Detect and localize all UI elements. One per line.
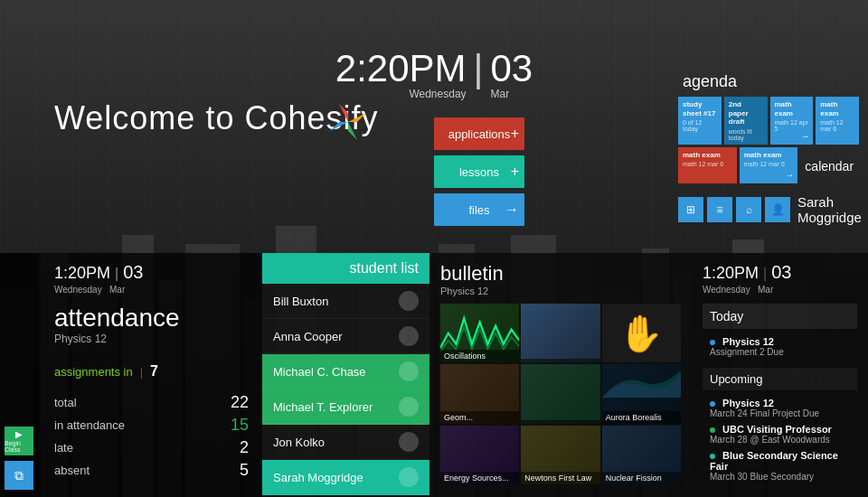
att-day-num: 03	[123, 262, 143, 283]
agenda-tile-5-sub: math 12 mar 6	[744, 161, 794, 167]
profile-icons: ⊞ ≡ ⌕ 👤	[678, 197, 790, 222]
schedule-today-label: Today	[710, 309, 743, 324]
clock-time: 2:20PM	[335, 50, 467, 88]
files-arrow-icon: →	[505, 202, 519, 218]
sch-today-bullet-0	[710, 340, 715, 345]
agenda-row-1: study sheet #17 0 of 12 today 2nd paper …	[678, 97, 859, 145]
welcome-area: Welcome to Cohesify	[54, 99, 378, 137]
profile-icon-list[interactable]: ≡	[707, 197, 732, 222]
calendar-label: calendar	[805, 159, 854, 173]
schedule-upcoming-items: Physics 12 March 24 Final Project Due UB…	[703, 394, 857, 491]
att-stats: total 22 in attendance 15 late 2 absent …	[54, 393, 249, 480]
agenda-tile-study-sheet[interactable]: study sheet #17 0 of 12 today	[678, 97, 722, 145]
schedule-today-items: Physics 12 Assignment 2 Due	[703, 333, 857, 368]
cohesify-logo	[326, 99, 371, 145]
student-item-4[interactable]: Jon Kolko	[262, 425, 429, 460]
schedule-upcoming-item-0: Physics 12 March 24 Final Project Due	[710, 398, 850, 418]
att-stat-total-val: 22	[222, 393, 249, 412]
student-name-0: Bill Buxton	[273, 295, 328, 308]
profile-icon-user[interactable]: 👤	[765, 197, 790, 222]
agenda-tile-2-arrow-icon: →	[800, 131, 809, 141]
student-name-2: Michael C. Chase	[273, 365, 366, 379]
sch-upcoming-subject-1: UBC Visiting Professor	[710, 424, 850, 435]
agenda-tile-math-exam-2[interactable]: math exam math 12 mar 6	[816, 97, 859, 145]
dashboard-symbol: ⧉	[14, 468, 24, 483]
agenda-row-2: math exam math 12 mar 6 math exam math 1…	[678, 147, 859, 183]
student-avatar-3	[399, 397, 419, 417]
lessons-plus-icon: +	[511, 164, 519, 180]
student-avatar-1	[399, 326, 419, 346]
att-time: 1:20PM	[54, 264, 110, 283]
att-assignments-label: assignments in	[54, 365, 133, 379]
bulletin-cell-3-label: Geom...	[440, 411, 519, 424]
schedule-upcoming-section: Upcoming	[703, 368, 857, 390]
student-item-3[interactable]: Michael T. Explorer	[262, 389, 429, 425]
files-tile[interactable]: files →	[434, 193, 524, 226]
sch-month: Mar	[758, 285, 773, 295]
bulletin-cell-hand[interactable]: ✋	[602, 304, 681, 362]
att-assignments-count: 7	[150, 363, 158, 380]
profile-icon-search[interactable]: ⌕	[736, 197, 761, 222]
agenda-label: agenda	[678, 72, 859, 91]
schedule-upcoming-item-2: Blue Secondary Science Fair March 30 Blu…	[710, 450, 850, 482]
student-name-4: Jon Kolko	[273, 436, 325, 449]
sch-upcoming-detail-0: March 24 Final Project Due	[710, 408, 850, 418]
bulletin-cell-4[interactable]	[521, 364, 599, 423]
sch-upcoming-bullet-2	[710, 454, 715, 459]
applications-tile[interactable]: applications +	[434, 117, 524, 150]
student-item-5[interactable]: Sarah Moggridge	[262, 460, 429, 495]
schedule-panel: 1:20PM | 03 Wednesday Mar Today Physics …	[692, 253, 868, 497]
bulletin-cell-6[interactable]: Energy Sources...	[440, 426, 519, 484]
bottom-section: ▶ Begin Class ⧉ 1:20PM | 03 Wednesday Ma…	[0, 253, 868, 497]
agenda-tile-4-sub: math 12 mar 6	[683, 161, 732, 167]
agenda-tile-5-arrow-icon: →	[785, 170, 794, 180]
clock-month: Mar	[490, 88, 533, 100]
bulletin-cell-1[interactable]	[521, 304, 599, 362]
begin-class-label: Begin Class	[5, 440, 33, 453]
att-stat-absent-val: 5	[222, 461, 249, 480]
att-subtitle: Physics 12	[54, 333, 249, 345]
att-stat-late: late 2	[54, 438, 249, 457]
applications-label: applications	[448, 127, 511, 141]
att-stat-absent-label: absent	[54, 464, 90, 477]
student-item-1[interactable]: Anna Cooper	[262, 319, 429, 354]
bulletin-cell-7[interactable]: Newtons First Law	[521, 426, 599, 484]
schedule-upcoming-item-1: UBC Visiting Professor March 28 @ East W…	[710, 424, 850, 445]
att-stat-late-val: 2	[222, 438, 249, 457]
schedule-today-section: Today	[703, 304, 857, 329]
attendance-panel: ▶ Begin Class ⧉ 1:20PM | 03 Wednesday Ma…	[0, 253, 262, 497]
begin-class-icon[interactable]: ▶ Begin Class	[5, 427, 33, 455]
bulletin-subtitle: Physics 12	[440, 286, 681, 296]
att-day-name-text: Wednesday	[54, 285, 102, 295]
top-section: Welcome to Cohesify 2:20PM Wednesday | 0…	[0, 0, 868, 253]
agenda-tile-1-sub: words lit today	[729, 128, 763, 141]
bulletin-cell-4-label	[521, 420, 599, 424]
att-stat-in-attendance: in attendance 15	[54, 416, 249, 435]
student-name-3: Michael T. Explorer	[273, 400, 373, 414]
lessons-tile[interactable]: lessons +	[434, 155, 524, 188]
agenda-tile-math-exam-3[interactable]: math exam math 12 mar 6	[678, 147, 737, 183]
agenda-tile-math-exam-1[interactable]: math exam math 12 apr 5 →	[770, 97, 814, 145]
agenda-tile-5-title: math exam	[744, 151, 794, 160]
student-name-1: Anna Cooper	[273, 330, 343, 343]
dashboard-icon[interactable]: ⧉	[5, 461, 33, 490]
student-avatar-0	[399, 291, 419, 311]
bulletin-cell-5-label: Aurora Borealis	[602, 411, 681, 424]
attendance-content: 1:20PM | 03 Wednesday Mar attendance Phy…	[54, 262, 249, 480]
bulletin-cell-8[interactable]: Nuclear Fission	[602, 426, 681, 484]
bulletin-cell-3[interactable]: Geom...	[440, 364, 519, 423]
agenda-tile-math-exam-4[interactable]: math exam math 12 mar 6 →	[740, 147, 798, 183]
att-month: Mar	[109, 285, 125, 295]
bottom-left-icons: ▶ Begin Class ⧉	[0, 253, 38, 497]
agenda-tile-paper-draft[interactable]: 2nd paper draft words lit today	[724, 97, 768, 145]
att-stat-attendance-label: in attendance	[54, 418, 125, 432]
att-title: attendance	[54, 304, 249, 333]
bulletin-cell-oscillations[interactable]: Oscillations	[440, 304, 519, 362]
bulletin-cell-aurora[interactable]: Aurora Borealis	[602, 364, 681, 423]
sch-time: 1:20PM	[703, 264, 759, 283]
profile-icon-grid[interactable]: ⊞	[678, 197, 703, 222]
att-stat-total-label: total	[54, 396, 77, 409]
student-item-0[interactable]: Bill Buxton	[262, 284, 429, 319]
sch-today-detail-0: Assignment 2 Due	[710, 347, 850, 357]
student-item-2[interactable]: Michael C. Chase	[262, 354, 429, 389]
